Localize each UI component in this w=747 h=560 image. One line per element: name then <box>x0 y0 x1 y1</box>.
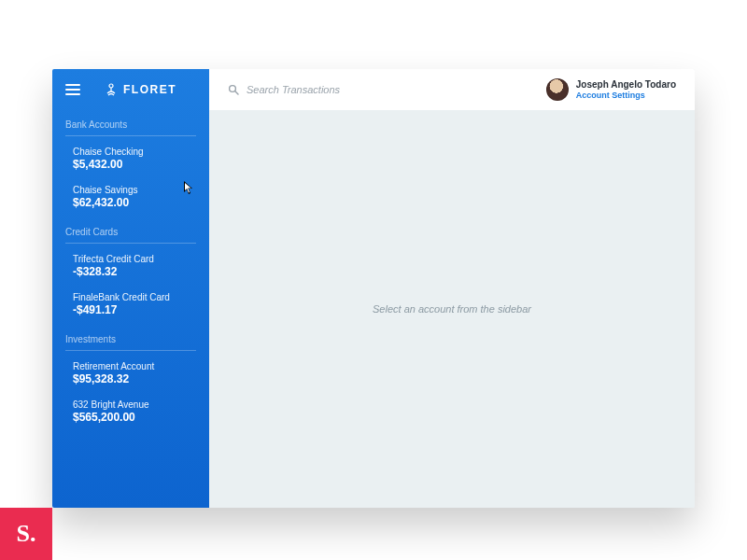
account-settings-link[interactable]: Account Settings <box>576 91 676 101</box>
search-input[interactable] <box>247 84 452 95</box>
topbar: Joseph Angelo Todaro Account Settings <box>209 69 695 110</box>
section-title: Investments <box>65 334 196 351</box>
sidebar-account-finalebank[interactable]: FinaleBank Credit Card -$491.17 <box>65 287 196 326</box>
sidebar-section-bank: Bank Accounts Chaise Checking $5,432.00 … <box>52 110 209 217</box>
account-name: Chaise Checking <box>73 146 196 158</box>
user-meta: Joseph Angelo Todaro Account Settings <box>576 79 676 101</box>
svg-line-2 <box>235 91 238 94</box>
brand-name: FLORET <box>123 83 176 96</box>
sidebar-account-bright-avenue[interactable]: 632 Bright Avenue $565,200.00 <box>65 395 196 433</box>
section-title: Bank Accounts <box>65 119 196 136</box>
badge-text: S. <box>17 520 36 548</box>
account-balance: $62,432.00 <box>73 196 196 211</box>
logo-icon <box>105 82 118 97</box>
account-name: Retirement Account <box>73 360 196 372</box>
account-balance: -$491.17 <box>73 303 196 318</box>
source-badge: S. <box>0 508 52 560</box>
user-name: Joseph Angelo Todaro <box>576 79 676 91</box>
account-name: Trifecta Credit Card <box>73 253 196 265</box>
account-balance: $565,200.00 <box>73 411 196 426</box>
sidebar-account-retirement[interactable]: Retirement Account $95,328.32 <box>65 357 196 395</box>
search <box>228 84 452 95</box>
account-name: 632 Bright Avenue <box>73 399 196 411</box>
sidebar: FLORET Bank Accounts Chaise Checking $5,… <box>52 69 209 508</box>
sidebar-section-credit: Credit Cards Trifecta Credit Card -$328.… <box>52 217 209 325</box>
account-balance: -$328.32 <box>73 265 196 280</box>
menu-icon[interactable] <box>65 84 80 95</box>
search-icon <box>228 84 239 95</box>
main-content: Select an account from the sidebar <box>209 110 695 508</box>
sidebar-account-trifecta[interactable]: Trifecta Credit Card -$328.32 <box>65 249 196 287</box>
sidebar-account-chaise-checking[interactable]: Chaise Checking $5,432.00 <box>65 142 196 180</box>
sidebar-section-investments: Investments Retirement Account $95,328.3… <box>52 325 209 432</box>
empty-state-message: Select an account from the sidebar <box>373 303 531 315</box>
sidebar-header: FLORET <box>52 69 209 110</box>
avatar <box>546 78 569 101</box>
account-name: FinaleBank Credit Card <box>73 291 196 303</box>
section-title: Credit Cards <box>65 227 196 244</box>
sidebar-account-chaise-savings[interactable]: Chaise Savings $62,432.00 <box>65 180 196 218</box>
app-window: FLORET Bank Accounts Chaise Checking $5,… <box>52 69 695 508</box>
account-name: Chaise Savings <box>73 184 196 196</box>
account-balance: $95,328.32 <box>73 372 196 387</box>
user-menu[interactable]: Joseph Angelo Todaro Account Settings <box>546 78 676 101</box>
svg-point-0 <box>109 84 113 88</box>
brand: FLORET <box>105 82 176 97</box>
account-balance: $5,432.00 <box>73 158 196 173</box>
